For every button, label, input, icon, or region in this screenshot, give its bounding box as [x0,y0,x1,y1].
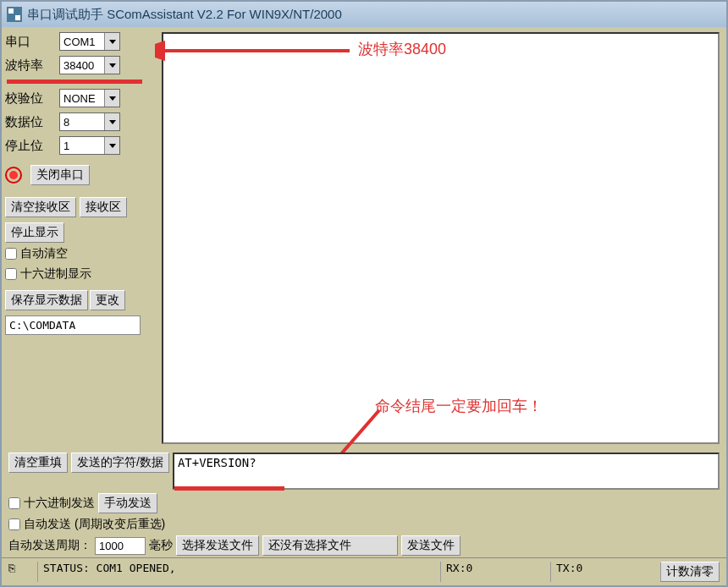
parity-value: NONE [63,92,96,105]
parity-combo[interactable]: NONE [59,89,120,107]
chevron-down-icon[interactable] [104,33,119,50]
databits-combo[interactable]: 8 [59,112,120,131]
databits-label: 数据位 [5,114,54,130]
databits-value: 8 [63,116,69,129]
send-input[interactable]: AT+VERSION? [173,453,720,490]
cr-annotation-text: 命令结尾一定要加回车！ [375,396,543,416]
stopbits-combo[interactable]: 1 [59,136,120,155]
chevron-down-icon[interactable] [104,57,119,74]
save-path-field[interactable]: C:\COMDATA [5,315,141,335]
port-combo[interactable]: COM1 [59,32,120,51]
modify-button[interactable]: 更改 [90,290,125,310]
stopbits-label: 停止位 [5,138,54,154]
auto-clear-checkbox[interactable] [5,248,17,260]
hex-send-label: 十六进制发送 [24,496,95,511]
port-value: COM1 [63,36,96,48]
close-port-button[interactable]: 关闭串口 [30,165,90,185]
counter-clear-button[interactable]: 计数清零 [660,562,720,582]
manual-send-button[interactable]: 手动发送 [98,493,157,513]
clear-refill-button[interactable]: 清空重填 [8,453,68,473]
titlebar: 串口调试助手 SComAssistant V2.2 For WIN9X/NT/2… [2,2,726,27]
window-title: 串口调试助手 SComAssistant V2.2 For WIN9X/NT/2… [27,7,342,23]
sent-chars-button[interactable]: 发送的字符/数据 [71,453,169,473]
chevron-down-icon[interactable] [104,90,119,107]
send-input-value: AT+VERSION? [178,456,256,469]
port-label: 串口 [5,34,54,50]
app-window: 串口调试助手 SComAssistant V2.2 For WIN9X/NT/2… [0,0,728,587]
svg-rect-1 [8,8,14,14]
sidebar: 串口 COM1 波特率 38400 校验位 [2,27,158,449]
status-bar: ⎘ STATUS: COM1 OPENED, RX:0 TX:0 计数清零 [2,557,726,585]
status-grip-icon: ⎘ [8,562,20,582]
status-text: STATUS: COM1 OPENED, [37,562,423,582]
ms-label: 毫秒 [149,538,173,553]
baud-highlight-underline [7,80,142,84]
hex-display-label: 十六进制显示 [20,266,91,282]
stop-display-button[interactable]: 停止显示 [5,222,64,243]
send-highlight-underline [174,486,284,491]
baud-value: 38400 [63,59,94,72]
auto-send-period-label: 自动发送周期： [8,538,91,553]
stopbits-value: 1 [63,140,69,152]
baud-arrow-icon [155,41,358,66]
baud-annotation-text: 波特率38400 [358,39,446,59]
auto-clear-label: 自动清空 [20,246,68,261]
parity-label: 校验位 [5,91,54,107]
clear-recv-button[interactable]: 清空接收区 [5,197,76,217]
port-status-indicator-icon [5,167,22,184]
auto-send-checkbox[interactable] [8,518,20,530]
bottom-panel: 清空重填 发送的字符/数据 AT+VERSION? 十六进制发送 手动发送 自动… [2,449,726,557]
upper-area: 串口 COM1 波特率 38400 校验位 [2,27,726,449]
chevron-down-icon[interactable] [104,113,119,130]
hex-display-checkbox[interactable] [5,268,17,280]
no-file-selected-label: 还没有选择文件 [262,535,398,556]
select-send-file-button[interactable]: 选择发送文件 [176,535,259,556]
baud-label: 波特率 [5,58,54,74]
app-icon [7,7,22,22]
recv-area-button[interactable]: 接收区 [80,197,127,217]
baud-combo[interactable]: 38400 [59,56,120,74]
receive-textarea[interactable]: 波特率38400 命令结尾一定要加回车！ [162,32,720,444]
client-area: 串口 COM1 波特率 38400 校验位 [2,27,726,585]
auto-send-label: 自动发送 (周期改变后重选) [24,517,165,532]
chevron-down-icon[interactable] [104,137,119,154]
save-display-data-button[interactable]: 保存显示数据 [5,290,88,310]
status-rx: RX:0 [440,562,533,582]
period-input[interactable] [95,537,146,555]
send-file-button[interactable]: 发送文件 [401,535,461,556]
status-tx: TX:0 [550,562,643,582]
hex-send-checkbox[interactable] [8,497,20,509]
svg-rect-2 [15,15,20,20]
